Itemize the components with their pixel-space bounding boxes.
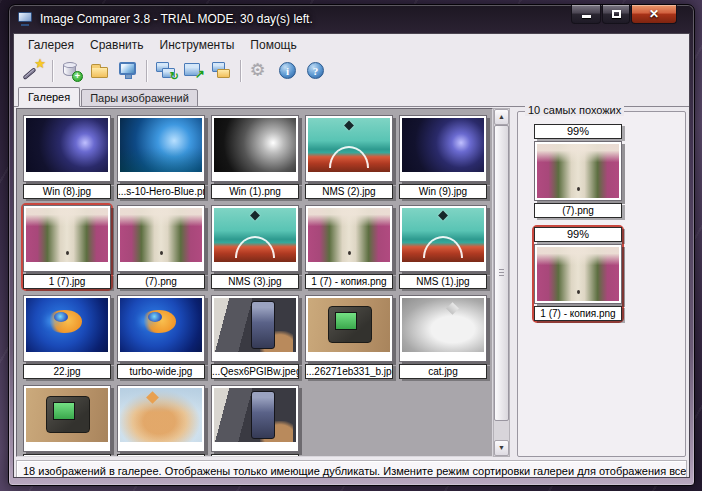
title-bar[interactable]: Image Comparer 3.8 - TRIAL MODE. 30 day(… [9,5,694,33]
similar-card[interactable]: 99%1 (7) - копия.png [532,225,624,323]
thumbnail-box[interactable] [117,385,205,452]
menu-compare[interactable]: Сравнить [82,36,151,54]
gallery-scrollbar[interactable]: ▲ ▼ [493,108,510,457]
menu-tools[interactable]: Инструменты [152,36,243,54]
gallery-card[interactable]: 1 (7).jpg [21,203,113,291]
tab-gallery[interactable]: Галерея [18,87,80,107]
thumbnail-image [537,247,619,301]
help-button[interactable]: ? [303,58,329,84]
gallery-card[interactable]: ...26271eb331_b.jpg [303,293,395,381]
thumbnail-box[interactable] [399,115,487,182]
gallery-card[interactable]: ...Qesx6PGIBw.jpeg [209,293,301,381]
thumbnail-box[interactable] [534,141,622,201]
filename-label: NMS (2).jpg [305,184,393,199]
gallery-grid[interactable]: Win (8).jpg...s-10-Hero-Blue.pngWin (1).… [16,108,493,457]
menu-help[interactable]: Помощь [242,36,304,54]
refresh-icon: ↻ [170,70,179,83]
arrow-up-icon: ↗ [195,67,205,81]
gallery-card[interactable]: cat.jpg [397,293,489,381]
gallery-card[interactable]: ...s-10-Hero-Blue.png [115,113,207,201]
gallery-card[interactable]: turbo-wide.jpg [115,293,207,381]
thumbnail-box[interactable] [117,115,205,182]
wizard-button[interactable]: ★ [21,58,47,84]
thumbnail-image [214,208,296,262]
thumbnail-box[interactable] [23,295,111,362]
gallery-card[interactable]: 22.jpg [21,293,113,381]
gallery-card[interactable] [115,383,207,457]
thumbnail-image [537,144,619,198]
scrollbar-thumb[interactable] [494,125,509,421]
gallery-row: 22.jpgturbo-wide.jpg...Qesx6PGIBw.jpeg..… [21,293,488,381]
scroll-down-button[interactable]: ▼ [494,440,509,456]
create-gallery-button[interactable]: + [59,58,85,84]
menu-gallery[interactable]: Галерея [20,36,82,54]
close-icon: ✕ [649,8,659,20]
info-icon: i [279,62,296,79]
help-icon: ? [307,62,324,79]
filename-label: Win (1).png [211,184,299,199]
thumbnail-box[interactable] [305,295,393,362]
tab-image-pairs[interactable]: Пары изображений [81,89,198,107]
gallery-card[interactable]: Win (9).jpg [397,113,489,201]
similar-card[interactable]: 99%(7).png [532,122,624,220]
thumbnail-box[interactable] [117,205,205,272]
thumbnail-box[interactable] [23,115,111,182]
gallery-card[interactable] [209,383,301,457]
gallery-card[interactable] [21,383,113,457]
filename-label: ...26271eb331_b.jpg [305,364,393,379]
thumbnail-box[interactable] [23,385,111,452]
gallery-row [21,383,488,457]
scrollbar-grip-icon [499,269,504,277]
filename-label: (7).png [534,203,622,218]
compare-images-button[interactable]: ↻ [153,58,179,84]
thumbnail-image [214,388,296,442]
gallery-card[interactable]: NMS (2).jpg [303,113,395,201]
filename-label: 1 (7).jpg [23,274,111,289]
minimize-icon [582,15,591,18]
gallery-card[interactable]: NMS (1).jpg [397,203,489,291]
acquire-images-button[interactable] [115,58,141,84]
app-window: Image Comparer 3.8 - TRIAL MODE. 30 day(… [8,4,695,486]
main-content: Win (8).jpg...s-10-Hero-Blue.pngWin (1).… [14,107,689,457]
gallery-card[interactable]: (7).png [115,203,207,291]
thumbnail-box[interactable] [211,385,299,452]
toolbar: ★ + ↻ [14,55,689,86]
gallery-card[interactable]: Win (1).png [209,113,301,201]
filename-label: (7).png [117,274,205,289]
thumbnail-box[interactable] [305,205,393,272]
thumbnail-box[interactable] [211,115,299,182]
close-button[interactable]: ✕ [631,5,677,24]
filename-label [23,454,111,457]
thumbnail-image [402,208,484,262]
scrollbar-track[interactable] [494,125,509,440]
thumbnail-box[interactable] [23,205,111,272]
gallery-card[interactable]: NMS (3).jpg [209,203,301,291]
window-title: Image Comparer 3.8 - TRIAL MODE. 30 day(… [40,12,313,26]
open-folder-button[interactable] [87,58,113,84]
compare-statistics-button[interactable]: ↗ [181,58,207,84]
desktop-background: Image Comparer 3.8 - TRIAL MODE. 30 day(… [0,0,702,491]
gallery-card[interactable]: 1 (7) - копия.png [303,203,395,291]
about-button[interactable]: i [275,58,301,84]
thumbnail-box[interactable] [399,205,487,272]
thumbnail-box[interactable] [534,244,622,304]
thumbnail-box[interactable] [305,115,393,182]
toolbar-separator [240,60,242,82]
settings-button[interactable]: ⚙ [247,58,273,84]
minimize-button[interactable] [571,5,601,24]
maximize-button[interactable] [602,5,630,24]
thumbnail-box[interactable] [399,295,487,362]
thumbnail-image [308,298,390,352]
filename-label: NMS (3).jpg [211,274,299,289]
thumbnail-image [120,208,202,262]
thumbnail-box[interactable] [211,205,299,272]
thumbnail-box[interactable] [117,295,205,362]
image-folders-button[interactable] [209,58,235,84]
thumbnail-image [308,208,390,262]
gallery-card[interactable]: Win (8).jpg [21,113,113,201]
filename-label: 1 (7) - копия.png [534,306,622,321]
thumbnail-image [120,118,202,172]
thumbnail-box[interactable] [211,295,299,362]
scroll-up-button[interactable]: ▲ [494,109,509,125]
filename-label: NMS (1).jpg [399,274,487,289]
